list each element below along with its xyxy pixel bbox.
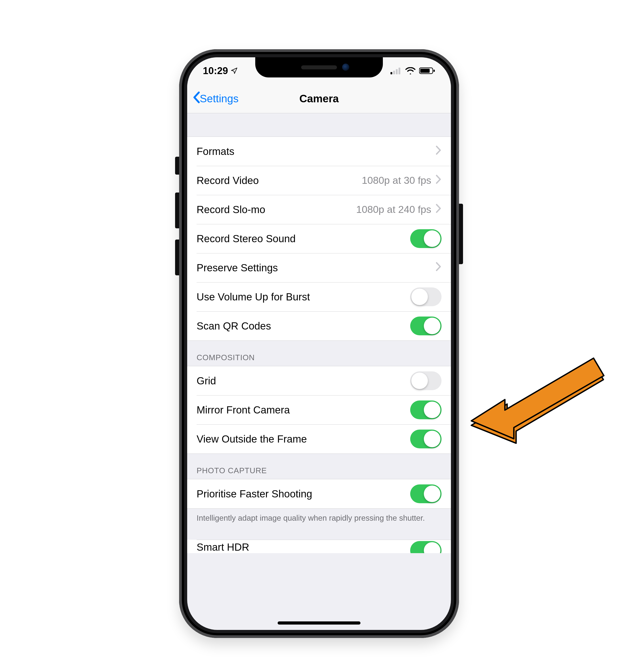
row-label: Record Slo-mo: [197, 203, 265, 216]
notch: [255, 57, 383, 77]
row-volume-up-burst: Use Volume Up for Burst: [187, 282, 451, 311]
svg-rect-3: [399, 67, 400, 74]
toggle-volume-up-burst[interactable]: [410, 287, 441, 306]
row-label: Record Stereo Sound: [197, 233, 296, 245]
screen: 10:29: [187, 57, 451, 630]
svg-rect-6: [434, 69, 435, 72]
status-time: 10:29: [203, 65, 228, 76]
row-value: 1080p at 30 fps: [362, 175, 431, 186]
phone-frame: 10:29: [179, 49, 459, 638]
chevron-right-icon: [436, 203, 441, 216]
battery-icon: [419, 67, 435, 74]
section-footer-photo-capture: Intelligently adapt image quality when r…: [187, 509, 451, 540]
svg-rect-1: [393, 71, 395, 74]
volume-down-button: [175, 239, 179, 275]
row-label: Record Video: [197, 174, 259, 186]
row-mirror-front-camera: Mirror Front Camera: [187, 395, 451, 424]
row-record-video[interactable]: Record Video 1080p at 30 fps: [187, 166, 451, 195]
volume-up-button: [175, 192, 179, 228]
section-header-composition: COMPOSITION: [197, 353, 255, 362]
row-label: Preserve Settings: [197, 262, 278, 274]
settings-content[interactable]: Formats Record Video 1080p at 30 fps: [187, 113, 451, 630]
row-label: Smart HDR: [197, 541, 249, 553]
row-scan-qr-codes: Scan QR Codes: [187, 311, 451, 341]
row-label: Grid: [197, 375, 216, 387]
row-view-outside-frame: View Outside the Frame: [187, 424, 451, 454]
nav-bar: Settings Camera: [187, 84, 451, 113]
location-arrow-icon: [231, 65, 237, 76]
row-label: Use Volume Up for Burst: [197, 291, 310, 303]
toggle-record-stereo-sound[interactable]: [410, 229, 441, 248]
row-record-stereo-sound: Record Stereo Sound: [187, 224, 451, 253]
toggle-scan-qr-codes[interactable]: [410, 316, 441, 335]
side-button: [459, 204, 463, 264]
front-camera-lens: [342, 64, 349, 71]
row-smart-hdr: Smart HDR: [187, 540, 451, 553]
toggle-mirror-front-camera[interactable]: [410, 401, 441, 419]
home-indicator[interactable]: [278, 621, 360, 625]
toggle-view-outside-frame[interactable]: [410, 429, 441, 448]
section-header-photo-capture: PHOTO CAPTURE: [197, 466, 267, 475]
row-value: 1080p at 240 fps: [356, 204, 431, 215]
row-label: Scan QR Codes: [197, 320, 271, 332]
svg-marker-9: [471, 358, 604, 439]
svg-rect-2: [396, 69, 398, 74]
row-label: Mirror Front Camera: [197, 404, 290, 416]
cellular-signal-icon: [390, 67, 402, 74]
row-grid: Grid: [187, 366, 451, 395]
row-record-slomo[interactable]: Record Slo-mo 1080p at 240 fps: [187, 195, 451, 224]
svg-rect-0: [390, 72, 392, 74]
row-label: Prioritise Faster Shooting: [197, 488, 312, 500]
toggle-prioritise-faster-shooting[interactable]: [410, 484, 441, 503]
nav-title: Camera: [187, 84, 451, 113]
callout-arrow-icon: [469, 351, 608, 451]
row-prioritise-faster-shooting: Prioritise Faster Shooting: [187, 479, 451, 509]
row-label: Formats: [197, 145, 234, 157]
speaker-grille: [301, 65, 337, 69]
wifi-icon: [405, 67, 416, 74]
toggle-smart-hdr[interactable]: [410, 541, 441, 553]
row-formats[interactable]: Formats: [187, 137, 451, 166]
chevron-right-icon: [436, 174, 441, 186]
row-preserve-settings[interactable]: Preserve Settings: [187, 253, 451, 282]
row-label: View Outside the Frame: [197, 433, 307, 445]
svg-rect-5: [420, 69, 430, 73]
toggle-grid[interactable]: [410, 371, 441, 390]
chevron-right-icon: [436, 262, 441, 274]
chevron-right-icon: [436, 145, 441, 157]
mute-switch: [175, 157, 179, 175]
